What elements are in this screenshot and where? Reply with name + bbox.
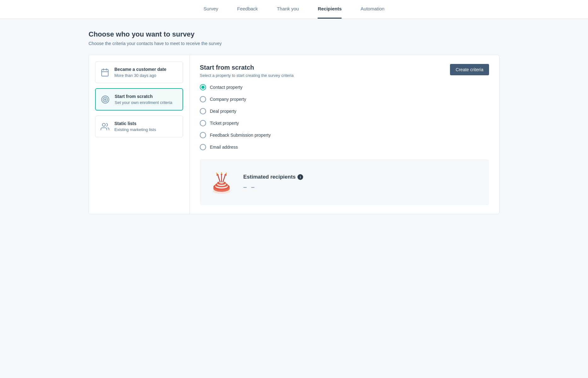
static-lists-icon [100, 122, 110, 132]
start-from-scratch-subtitle: Set your own enrollment criteria [115, 100, 172, 105]
became-customer-icon [100, 67, 110, 77]
nav-tabs: SurveyFeedbackThank youRecipientsAutomat… [204, 0, 384, 19]
svg-point-4 [101, 96, 109, 103]
svg-line-24 [223, 175, 225, 182]
svg-rect-0 [102, 70, 108, 76]
svg-rect-27 [216, 173, 217, 175]
svg-rect-26 [221, 172, 222, 174]
radio-label-contact-property: Contact property [210, 85, 243, 90]
start-from-scratch-title: Start from scratch [115, 94, 172, 99]
right-panel-subtitle: Select a property to start creating the … [200, 73, 294, 78]
radio-deal-property[interactable] [200, 108, 206, 114]
left-panel: Became a customer date More than 30 days… [89, 55, 190, 214]
radio-label-email-address: Email address [210, 145, 238, 150]
info-icon[interactable]: i [297, 174, 303, 180]
right-panel-heading: Start from scratch Select a property to … [200, 64, 294, 78]
became-customer-text: Became a customer date More than 30 days… [114, 67, 166, 78]
static-lists-text: Static lists Existing marketing lists [114, 121, 156, 132]
became-customer-subtitle: More than 30 days ago [114, 73, 166, 78]
right-panel-title: Start from scratch [200, 64, 294, 71]
radio-label-deal-property: Deal property [210, 109, 236, 114]
radio-item-feedback-submission[interactable]: Feedback Submission property [200, 132, 489, 138]
radio-item-email-address[interactable]: Email address [200, 144, 489, 150]
nav-tab-automation[interactable]: Automation [360, 0, 384, 19]
estimated-recipients-title: Estimated recipients i [243, 174, 303, 180]
option-card-static-lists[interactable]: Static lists Existing marketing lists [95, 116, 183, 137]
svg-line-22 [218, 175, 220, 182]
static-lists-title: Static lists [114, 121, 156, 126]
right-panel-header: Start from scratch Select a property to … [200, 64, 489, 78]
radio-item-company-property[interactable]: Company property [200, 96, 489, 102]
radio-contact-property[interactable] [200, 84, 206, 90]
estimated-info: Estimated recipients i – – [243, 174, 303, 191]
radio-label-ticket-property: Ticket property [210, 121, 239, 126]
option-card-became-customer[interactable]: Became a customer date More than 30 days… [95, 61, 183, 83]
nav-tab-thank-you[interactable]: Thank you [277, 0, 299, 19]
page-title: Choose who you want to survey [89, 30, 499, 38]
content-panels: Became a customer date More than 30 days… [89, 55, 499, 214]
right-panel: Start from scratch Select a property to … [190, 55, 499, 214]
top-navigation: SurveyFeedbackThank youRecipientsAutomat… [0, 0, 588, 19]
start-from-scratch-icon [100, 94, 110, 105]
option-card-start-from-scratch[interactable]: Start from scratch Set your own enrollme… [95, 88, 183, 111]
radio-feedback-submission[interactable] [200, 132, 206, 138]
nav-tab-survey[interactable]: Survey [204, 0, 218, 19]
svg-point-5 [103, 97, 107, 102]
svg-point-7 [102, 123, 105, 126]
radio-item-ticket-property[interactable]: Ticket property [200, 120, 489, 126]
target-illustration [207, 168, 236, 196]
radio-item-deal-property[interactable]: Deal property [200, 108, 489, 114]
start-from-scratch-text: Start from scratch Set your own enrollme… [115, 94, 172, 105]
radio-ticket-property[interactable] [200, 120, 206, 126]
static-lists-subtitle: Existing marketing lists [114, 127, 156, 132]
create-criteria-button[interactable]: Create criteria [450, 64, 489, 75]
svg-rect-28 [226, 173, 227, 175]
radio-email-address[interactable] [200, 144, 206, 150]
page-subtitle: Choose the criteria your contacts have t… [89, 41, 499, 46]
radio-item-contact-property[interactable]: Contact property [200, 84, 489, 90]
became-customer-title: Became a customer date [114, 67, 166, 72]
nav-tab-feedback[interactable]: Feedback [237, 0, 258, 19]
property-radio-list: Contact property Company property Deal p… [200, 84, 489, 150]
estimated-recipients-value: – – [243, 183, 303, 191]
radio-company-property[interactable] [200, 96, 206, 102]
nav-tab-recipients[interactable]: Recipients [318, 0, 342, 19]
svg-point-6 [105, 99, 106, 100]
estimated-recipients-box: Estimated recipients i – – [200, 159, 489, 205]
radio-label-feedback-submission: Feedback Submission property [210, 133, 271, 138]
main-content: Choose who you want to survey Choose the… [73, 19, 515, 226]
radio-label-company-property: Company property [210, 97, 246, 102]
